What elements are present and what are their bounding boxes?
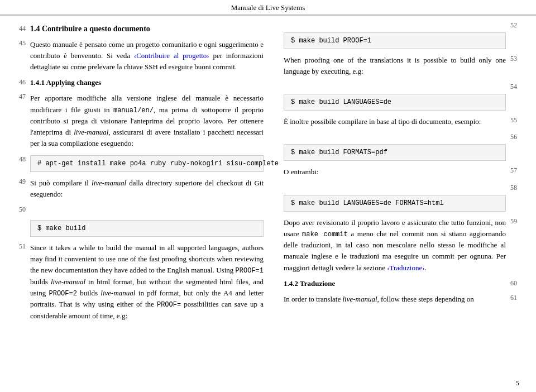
code-block-make-build: $ make build bbox=[30, 220, 264, 237]
subsection-1-4-1-title: 1.4.1 Applying changes bbox=[30, 78, 264, 87]
live-manual-italic-1: live-manual bbox=[74, 128, 108, 136]
line-48: 48 bbox=[10, 155, 26, 164]
para-r1: When proofing one of the translations it… bbox=[284, 55, 506, 77]
line-51: 51 bbox=[10, 242, 26, 251]
line-49: 49 bbox=[10, 178, 26, 186]
para-4-block: 51 Since it takes a while to build the m… bbox=[30, 242, 264, 322]
live-manual-italic-4: live-manual bbox=[100, 289, 135, 297]
rline-52: 52 bbox=[510, 21, 526, 30]
code-block-r2-block: $ make build LANGUAGES=de bbox=[284, 94, 506, 111]
para-r3: O entrambi: bbox=[284, 166, 506, 178]
code-block-2-block: $ make build bbox=[30, 220, 264, 237]
para-r4: Dopo aver revisionato il proprio lavoro … bbox=[284, 217, 506, 274]
page-content: 44 1.4 Contribuire a questo documento 45… bbox=[0, 16, 536, 333]
rline-56: 56 bbox=[510, 133, 526, 141]
link-contribuire[interactable]: ‹Contribuire al progetto› bbox=[134, 51, 209, 60]
code-block-r3-block: $ make build FORMATS=pdf bbox=[284, 144, 506, 161]
page-number: 5 bbox=[516, 379, 520, 387]
code-block-1-block: 48 # apt-get install make po4a ruby ruby… bbox=[30, 155, 264, 172]
subsection-1-4-2-title: 1.4.2 Traduzione bbox=[284, 279, 506, 288]
rline-60: 60 bbox=[510, 279, 526, 288]
para-r4-block: 59 Dopo aver revisionato il proprio lavo… bbox=[284, 217, 506, 274]
para-r1-block: 53 When proofing one of the translations… bbox=[284, 55, 506, 77]
line-56-spacer: 56 bbox=[284, 133, 506, 138]
rline-54: 54 bbox=[510, 83, 526, 91]
rline-61: 61 bbox=[510, 294, 526, 302]
section-1-4-1-block: 46 1.4.1 Applying changes bbox=[30, 78, 264, 87]
line-44: 44 bbox=[10, 25, 26, 33]
rline-53: 53 bbox=[510, 55, 526, 63]
rline-57: 57 bbox=[510, 166, 526, 175]
code-block-formats-pdf: $ make build FORMATS=pdf bbox=[284, 144, 506, 161]
page-header: Manuale di Live Systems bbox=[0, 0, 536, 15]
line-50-spacer: 50 bbox=[30, 205, 264, 214]
header-title: Manuale di Live Systems bbox=[231, 3, 305, 12]
code-block-r4-block: $ make build LANGUAGES=de FORMATS=html bbox=[284, 195, 506, 212]
para-4: Since it takes a while to build the manu… bbox=[30, 242, 264, 322]
line-54-spacer: 54 bbox=[284, 83, 506, 88]
line-52-spacer: 52 bbox=[284, 21, 506, 27]
code-proof-eq: PROOF= bbox=[157, 301, 181, 309]
line-58-spacer: 58 bbox=[284, 184, 506, 189]
section-1-4: 44 1.4 Contribuire a questo documento bbox=[30, 25, 264, 34]
para-2: Per apportare modifiche alla versione in… bbox=[30, 93, 264, 149]
code-block-languages-formats: $ make build LANGUAGES=de FORMATS=html bbox=[284, 195, 506, 212]
page-container: Manuale di Live Systems 44 1.4 Contribui… bbox=[0, 0, 536, 392]
right-column: 52 $ make build PROOF=1 53 When proofing… bbox=[274, 16, 536, 333]
line-46: 46 bbox=[10, 78, 26, 87]
para-3-block: 49 Si può compilare il live-manual dalla… bbox=[30, 178, 264, 200]
line-50: 50 bbox=[10, 205, 26, 214]
para-1: Questo manuale è pensato come un progett… bbox=[30, 39, 264, 73]
para-r5: In order to translate live-manual, follo… bbox=[284, 294, 506, 305]
link-traduzione[interactable]: ‹Traduzione› bbox=[387, 264, 424, 272]
para-r3-block: 57 O entrambi: bbox=[284, 166, 506, 178]
section-1-4-title: 1.4 Contribuire a questo documento bbox=[30, 25, 264, 34]
code-proof2: PROOF=2 bbox=[49, 290, 77, 298]
code-block-proof1: $ make build PROOF=1 bbox=[284, 32, 506, 49]
left-column: 44 1.4 Contribuire a questo documento 45… bbox=[0, 16, 274, 333]
live-manual-italic-2: live-manual bbox=[92, 179, 126, 187]
code-block-languages-de: $ make build LANGUAGES=de bbox=[284, 94, 506, 111]
rline-55: 55 bbox=[510, 116, 526, 125]
para-1-block: 45 Questo manuale è pensato come un prog… bbox=[30, 39, 264, 73]
para-2-block: 47 Per apportare modifiche alla versione… bbox=[30, 93, 264, 149]
para-r2-block: 55 È inoltre possibile compilare in base… bbox=[284, 116, 506, 127]
live-manual-italic-3: live-manual bbox=[51, 278, 85, 286]
code-block-apt-get: # apt-get install make po4a ruby ruby-no… bbox=[30, 155, 264, 172]
line-45: 45 bbox=[10, 39, 26, 47]
section-1-4-2-block: 60 1.4.2 Traduzione bbox=[284, 279, 506, 288]
para-r5-block: 61 In order to translate live-manual, fo… bbox=[284, 294, 506, 305]
para-r2: È inoltre possibile compilare in base al… bbox=[284, 116, 506, 127]
code-make-commit: make commit bbox=[302, 231, 348, 238]
live-manual-italic-r5: live-manual bbox=[342, 295, 377, 303]
code-block-r1-block: $ make build PROOF=1 bbox=[284, 32, 506, 49]
rline-58: 58 bbox=[510, 184, 526, 192]
page-footer: 5 bbox=[516, 379, 520, 388]
code-manual-en: manual/en/ bbox=[113, 107, 154, 114]
line-47: 47 bbox=[10, 93, 26, 101]
para-3: Si può compilare il live-manual dalla di… bbox=[30, 178, 264, 200]
code-proof1: PROOF=1 bbox=[236, 267, 264, 275]
rline-59: 59 bbox=[510, 217, 526, 226]
